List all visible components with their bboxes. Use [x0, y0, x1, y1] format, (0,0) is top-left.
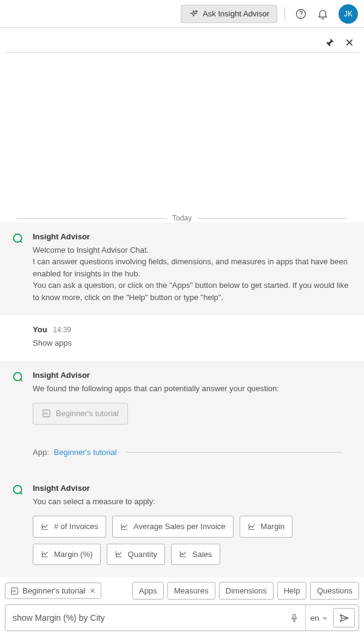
measure-label: Margin [261, 521, 285, 533]
context-app-chip[interactable]: Beginner's tutorial [5, 583, 101, 599]
message-sender: Insight Advisor [33, 231, 353, 243]
app-context-link[interactable]: Beginner's tutorial [54, 446, 117, 459]
ask-insight-advisor-button[interactable]: Ask Insight Advisor [181, 5, 277, 23]
svg-point-1 [300, 16, 301, 16]
advisor-message: Insight Advisor Welcome to Insight Advis… [0, 222, 364, 315]
measure-icon [179, 550, 187, 558]
avatar-initials: JK [344, 10, 352, 18]
message-sender: You 14:39 [33, 324, 353, 336]
message-line: You can ask a question, or click on the … [33, 279, 353, 303]
topbar: Ask Insight Advisor JK [0, 0, 364, 28]
advisor-avatar-icon [11, 369, 24, 383]
measure-chip[interactable]: Sales [171, 544, 220, 566]
language-label: en [311, 614, 319, 623]
help-button[interactable]: Help [277, 582, 307, 600]
chat-scroll[interactable]: Today Insight Advisor Welcome to Insight… [0, 53, 364, 577]
measure-icon [41, 550, 49, 558]
measure-icon [248, 522, 256, 531]
measure-label: # of Invoices [54, 521, 98, 533]
measure-icon [115, 550, 123, 558]
message-line: Welcome to Insight Advisor Chat. [33, 244, 353, 256]
language-select[interactable]: en [305, 605, 333, 631]
advisor-message: Insight Advisor We found the following a… [0, 361, 364, 476]
svg-rect-7 [293, 614, 295, 618]
help-icon[interactable] [292, 5, 309, 22]
mic-button[interactable] [283, 605, 305, 631]
measure-icon [41, 522, 49, 531]
message-sender: Insight Advisor [33, 482, 353, 494]
message-line: Show apps [33, 337, 353, 349]
svg-rect-6 [12, 587, 18, 594]
app-context-label: App: [33, 446, 49, 459]
user-message: You 14:39 Show apps [0, 315, 364, 361]
chat-body: Today Insight Advisor Welcome to Insight… [0, 53, 364, 636]
apps-button[interactable]: Apps [132, 582, 164, 600]
app-icon [42, 409, 51, 418]
ask-button-label: Ask Insight Advisor [203, 9, 269, 18]
app-context: App: Beginner's tutorial [33, 446, 342, 459]
remove-context-icon[interactable] [89, 587, 96, 594]
divider [285, 7, 285, 21]
input-panel: Beginner's tutorial Apps Measures Dimens… [0, 577, 364, 636]
avatar[interactable]: JK [339, 4, 358, 24]
app-chip[interactable]: Beginner's tutorial [33, 403, 128, 425]
measure-label: Quantity [128, 549, 157, 561]
sparkle-icon [189, 9, 198, 19]
send-button[interactable] [333, 608, 355, 627]
measure-chip[interactable]: Quantity [107, 544, 165, 566]
questions-button[interactable]: Questions [310, 582, 359, 600]
chat-input[interactable] [5, 605, 283, 631]
measure-label: Sales [192, 549, 212, 561]
quick-actions: Apps Measures Dimensions Help Questions [132, 582, 359, 600]
message-line: You can select a measure to apply: [33, 496, 353, 508]
dimensions-button[interactable]: Dimensions [219, 582, 274, 600]
measures-button[interactable]: Measures [167, 582, 215, 600]
pin-icon[interactable] [324, 36, 336, 49]
send-icon [339, 613, 349, 623]
app-icon [10, 587, 19, 595]
measure-chip[interactable]: # of Invoices [33, 516, 106, 538]
message-sender: Insight Advisor [33, 369, 353, 381]
advisor-avatar-icon [11, 482, 24, 496]
message-line: We found the following apps that can pot… [33, 383, 353, 395]
message-line: I can answer questions involving fields,… [33, 256, 353, 279]
close-icon[interactable] [343, 36, 356, 49]
panel-header [0, 28, 364, 52]
measure-chip[interactable]: Average Sales per Invoice [112, 516, 234, 538]
measure-label: Average Sales per Invoice [133, 521, 226, 533]
measure-chips: # of Invoices Average Sales per Invoice … [33, 516, 353, 565]
date-divider: Today [17, 214, 347, 222]
svg-rect-4 [43, 410, 50, 417]
context-chip-label: Beginner's tutorial [22, 586, 86, 595]
measure-chip[interactable]: Margin (%) [33, 544, 101, 566]
measure-icon [120, 522, 129, 531]
advisor-avatar-icon [11, 231, 24, 244]
date-label: Today [172, 214, 192, 222]
mic-icon [289, 613, 299, 623]
app-chip-label: Beginner's tutorial [56, 408, 119, 420]
advisor-message: Insight Advisor You can select a measure… [0, 476, 364, 577]
measure-chip[interactable]: Margin [240, 516, 293, 538]
message-timestamp: 14:39 [53, 326, 71, 334]
bell-icon[interactable] [314, 5, 331, 22]
input-row: en [5, 604, 359, 631]
measure-label: Margin (%) [54, 549, 93, 561]
chevron-down-icon [322, 615, 328, 621]
